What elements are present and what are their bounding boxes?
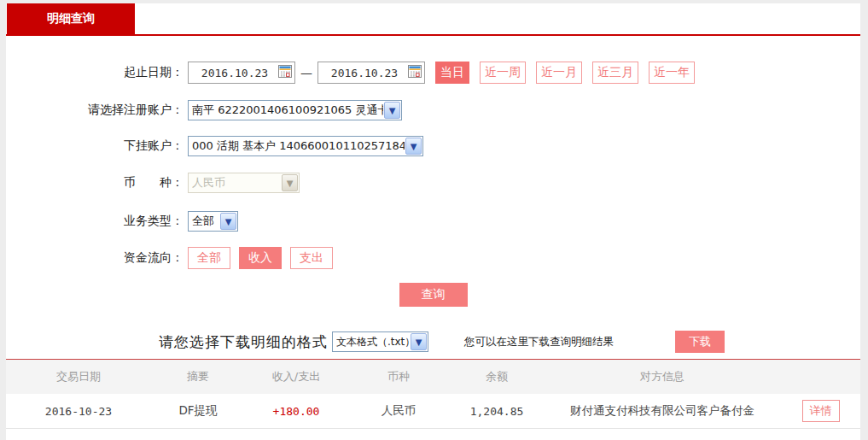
detail-button[interactable]: 详情 bbox=[802, 400, 840, 422]
quick-range-today-button[interactable]: 当日 bbox=[435, 62, 469, 84]
fund-direction-label: 资金流向： bbox=[6, 250, 188, 266]
download-button[interactable]: 下载 bbox=[675, 331, 725, 353]
end-date-value: 2016.10.23 bbox=[321, 67, 408, 79]
start-date-input[interactable]: 2016.10.23 bbox=[188, 62, 295, 84]
business-type-select[interactable]: 全部 ▼ bbox=[188, 211, 238, 232]
detail-query-panel: 明细查询 起止日期： 2016.10.23 bbox=[6, 3, 860, 440]
calendar-icon[interactable] bbox=[408, 65, 422, 81]
register-account-label: 请选择注册账户： bbox=[6, 103, 188, 118]
end-date-input[interactable]: 2016.10.23 bbox=[317, 62, 425, 84]
header-transaction-date: 交易日期 bbox=[6, 369, 151, 384]
business-type-row: 业务类型： 全部 ▼ bbox=[6, 211, 860, 232]
quick-range-quarter-button[interactable]: 近三月 bbox=[592, 62, 638, 84]
cell-amount: +180.00 bbox=[245, 405, 347, 418]
quick-range-month-button[interactable]: 近一月 bbox=[536, 62, 582, 84]
business-type-value: 全部 bbox=[192, 214, 219, 229]
quick-range-week-button[interactable]: 近一周 bbox=[480, 62, 526, 84]
header-income-expense: 收入/支出 bbox=[245, 369, 347, 384]
fund-direction-row: 资金流向： 全部 收入 支出 bbox=[6, 247, 860, 269]
sub-account-row: 下挂账户： 000 活期 基本户 1406600101102571848 ▼ bbox=[6, 136, 860, 156]
currency-value: 人民币 bbox=[192, 175, 281, 191]
sub-account-label: 下挂账户： bbox=[6, 138, 188, 154]
date-separator: — bbox=[300, 66, 312, 79]
business-type-label: 业务类型： bbox=[6, 214, 188, 229]
currency-row: 币 种： 人民币 ▼ bbox=[6, 173, 860, 193]
chevron-down-icon: ▼ bbox=[411, 333, 427, 350]
fund-direction-income-button[interactable]: 收入 bbox=[239, 247, 282, 269]
chevron-down-icon: ▼ bbox=[220, 213, 236, 230]
chevron-down-icon: ▼ bbox=[384, 102, 400, 119]
fund-direction-expense-button[interactable]: 支出 bbox=[290, 247, 333, 269]
table-header-row: 交易日期 摘要 收入/支出 币种 余额 对方信息 bbox=[6, 359, 860, 394]
quick-range-year-button[interactable]: 近一年 bbox=[649, 62, 695, 84]
register-account-row: 请选择注册账户： 南平 6222001406100921065 灵通卡 ▼ bbox=[6, 100, 860, 120]
download-row: 请您选择下载明细的格式 文本格式（.txt） ▼ 您可以在这里下载查询明细结果 … bbox=[159, 331, 860, 353]
currency-select: 人民币 ▼ bbox=[188, 173, 300, 193]
chevron-down-icon: ▼ bbox=[282, 174, 298, 191]
chevron-down-icon: ▼ bbox=[405, 138, 422, 155]
register-account-value: 南平 6222001406100921065 灵通卡 bbox=[192, 103, 383, 118]
header-summary: 摘要 bbox=[151, 369, 245, 384]
sub-account-select[interactable]: 000 活期 基本户 1406600101102571848 ▼ bbox=[188, 136, 423, 156]
start-date-value: 2016.10.23 bbox=[191, 67, 278, 79]
cell-summary: DF提现 bbox=[151, 403, 245, 419]
download-format-select[interactable]: 文本格式（.txt） ▼ bbox=[332, 331, 428, 352]
query-button[interactable]: 查询 bbox=[399, 283, 468, 307]
header-currency: 币种 bbox=[347, 369, 450, 384]
fund-direction-all-button[interactable]: 全部 bbox=[188, 247, 230, 269]
download-format-value: 文本格式（.txt） bbox=[336, 335, 410, 349]
download-format-label: 请您选择下载明细的格式 bbox=[159, 332, 328, 352]
register-account-select[interactable]: 南平 6222001406100921065 灵通卡 ▼ bbox=[188, 100, 402, 120]
cell-counterparty: 财付通支付科技有限公司客户备付金 bbox=[544, 403, 781, 419]
query-row: 查询 bbox=[6, 283, 860, 307]
sub-account-value: 000 活期 基本户 1406600101102571848 bbox=[192, 138, 405, 154]
currency-label: 币 种： bbox=[6, 175, 188, 191]
header-balance: 余额 bbox=[450, 369, 544, 384]
download-hint: 您可以在这里下载查询明细结果 bbox=[464, 335, 614, 349]
cell-transaction-date: 2016-10-23 bbox=[6, 405, 151, 418]
cell-balance: 1,204.85 bbox=[450, 405, 544, 418]
tab-bar: 明细查询 bbox=[6, 3, 860, 36]
table-row: 2016-10-23 DF提现 +180.00 人民币 1,204.85 财付通… bbox=[6, 394, 860, 429]
tab-detail-query[interactable]: 明细查询 bbox=[7, 3, 135, 34]
calendar-icon[interactable] bbox=[278, 65, 292, 81]
cell-currency: 人民币 bbox=[347, 403, 450, 419]
date-range-label: 起止日期： bbox=[6, 65, 188, 80]
header-counterparty: 对方信息 bbox=[544, 369, 781, 384]
date-range-row: 起止日期： 2016.10.23 — bbox=[6, 62, 860, 84]
